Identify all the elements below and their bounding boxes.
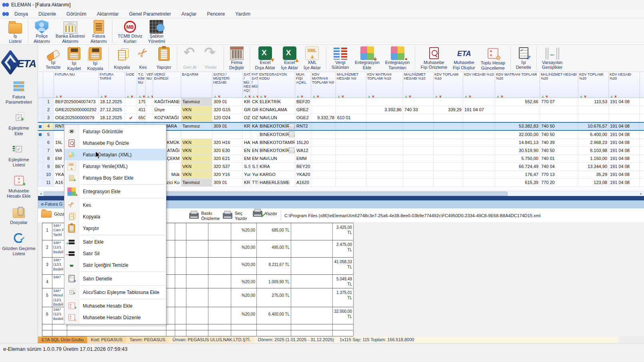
menu-genel parametreler[interactable]: Genel Parametreler <box>124 10 176 18</box>
context-menu-item[interactable]: Kes <box>64 199 166 211</box>
fatura-aktarımı-button[interactable]: FaturaAktarımı <box>88 19 110 44</box>
entegrasyon-lookup-button[interactable]: … <box>289 132 294 137</box>
column-header-KDV MATRAHI TOPLAMI %0[interactable]: KDV MATRAHI TOPLAMI %0▲▼ <box>311 72 336 98</box>
column-header-ENTEGRASYON KODU[interactable]: ENTEGRASYON KODU▲▼ <box>258 72 295 98</box>
context-menu-item[interactable]: Yapıştır <box>64 222 166 234</box>
i̇şi-denetle-button[interactable]: ✎İşiDenetle <box>513 46 534 71</box>
menu-araçlar[interactable]: Araçlar <box>176 10 201 18</box>
sidebar-item-eşleştirme[interactable]: +EşleştirmeEkle <box>0 110 38 136</box>
excel-i̇çe-aktar-button[interactable]: ▲Excelİçe Aktar <box>278 46 301 71</box>
efatura-cell <box>186 258 208 274</box>
column-header-BAŞARIM[interactable]: BAŞARIM <box>181 72 212 98</box>
column-header-VERGİ DAİRESİ[interactable]: VERGİ DAİRESİ <box>153 72 181 98</box>
column-header-KDV TOPLAMI %10[interactable]: KDV TOPLAMI %10▲▼ <box>434 72 463 98</box>
yapıştır-button[interactable]: Yapıştır <box>154 46 174 71</box>
sidebar-item-dosyalar[interactable]: Dosyalar <box>0 205 38 225</box>
firma-değiştir-button[interactable]: FirmaDeğiştir <box>226 46 247 71</box>
yinele-button[interactable]: Yinele <box>200 46 221 71</box>
excel-dışa-aktar-button[interactable]: ▼ExcelDışa Aktar <box>252 46 278 71</box>
i̇şi-kopyala-button[interactable]: İşiKopyala <box>84 46 106 71</box>
kes-button[interactable]: Kes <box>133 46 154 71</box>
cell: HAS <box>243 139 251 146</box>
column-header-KDV HESABI %10[interactable]: KDV HESABI %10▲▼ <box>463 72 495 98</box>
context-menu-item[interactable]: Faturayı Görüntüle <box>64 126 166 137</box>
grid-row-3[interactable]: 3OGE20250000007918.12.2025✔650KOZYATAĞIV… <box>38 114 644 122</box>
status-totals: 1x115 Say: 115 Toplam: 166.518,8000 <box>340 337 414 342</box>
column-header-SAT / MÜ HES AÇI[interactable]: SAT / MÜ HES AÇI▲▼ <box>243 72 251 98</box>
column-header-rownum[interactable] <box>43 72 54 98</box>
efatura-cell <box>166 324 175 330</box>
menu-dosya[interactable]: Dosya <box>10 10 33 18</box>
browse-button[interactable]: Gözat <box>41 211 66 218</box>
column-header-SATICI / MÜŞTERİ HESABI[interactable]: SATICI / MÜŞTERİ HESABI▲▼ <box>212 72 243 98</box>
column-header-VER NU[interactable]: VER NU▲▼ <box>146 72 153 98</box>
column-header-rownum[interactable] <box>38 72 43 98</box>
entegrasyon-lookup-button[interactable]: … <box>289 148 294 153</box>
print-button[interactable]: ✔ Yazdır <box>253 211 277 217</box>
column-header-İADE[interactable]: İADE▲▼ <box>125 72 137 98</box>
muhasebe-fişi-önizleme-button[interactable]: MuhasebeFişi Önizleme <box>418 46 450 71</box>
column-header-T.C KİM NU[interactable]: T.C KİM NU▲▼ <box>137 72 146 98</box>
column-header-KDV MATRAHI TOPLAMI %20[interactable]: KDV MATRAHI TOPLAMI %20▲▼ <box>495 72 540 98</box>
varsayılan-genişlikler-button[interactable]: VarsayılanGenişlikler <box>539 46 565 71</box>
sidebar-item-fatura[interactable]: FaturaParametreleri <box>0 79 38 105</box>
entegrasyon-ekle-button[interactable]: +EntegrasyonEkle <box>352 46 382 71</box>
context-menu-item[interactable]: Muhasebe Fişi Önizle <box>64 137 166 149</box>
şablon-yönetimi-button[interactable]: ŞablonYönetimi <box>145 19 168 44</box>
sidebar-item-gözden geçirme[interactable]: Gözden GeçirmeListesi <box>0 231 38 256</box>
context-menu-item[interactable]: Faturayı Yenile(XML) <box>64 160 166 172</box>
column-header-KDV TOPLAMI %20[interactable]: KDV TOPLAMI %20▲▼ <box>578 72 609 98</box>
grid-row-2[interactable]: 2GRE202500000029227.12.2025411ÜnyeVKN320… <box>38 106 644 114</box>
xml-i̇çe-aktar-button[interactable]: XMLİçe Aktar <box>301 46 324 71</box>
select-print-button[interactable]: SeçYazdır <box>223 211 247 221</box>
context-menu-item[interactable]: +Entegrasyon Ekle <box>64 186 166 197</box>
banka-ekstresi-aktarımı-button[interactable]: Banka EkstresiAktarımı <box>53 19 88 44</box>
context-menu-item[interactable]: ✎Muhasebe Hesabı Düzenle <box>64 312 166 323</box>
context-menu-item[interactable]: +Muhasebe Hesabı Ekle <box>64 300 166 312</box>
column-header-FATURA NU[interactable]: FATURA NU▲▼ <box>54 72 99 98</box>
cell: 740 04 <box>540 163 578 170</box>
muhasebe-fişi-oluştur-button[interactable]: MuhasebeFişi Oluştur <box>450 46 478 71</box>
geri-al-button[interactable]: Geri Al <box>180 46 200 71</box>
tcmb-döviz-kurları-button[interactable]: TCMB DövizKurları <box>115 19 145 44</box>
print-preview-button[interactable]: BaskıÖnizleme <box>189 211 220 221</box>
context-menu-item[interactable]: Satır İçeriğini Temizle <box>64 259 166 271</box>
context-menu-item[interactable]: +Faturaya Boş Satır Ekle <box>64 172 166 184</box>
context-menu-item[interactable]: +Satır Ekle <box>64 236 166 248</box>
column-header-KDV MATRAHI TOPLAMI %10[interactable]: KDV MATRAHI TOPLAMI %10▲▼ <box>366 72 403 98</box>
menu-yardım[interactable]: Yardım <box>230 10 255 18</box>
entegrasyon-lookup-button[interactable]: … <box>289 124 294 129</box>
context-menu-item[interactable]: Kopyala <box>64 211 166 222</box>
grid-row-1[interactable]: 1BEF202500400747318.12.2025179KAĞITHANET… <box>38 98 644 106</box>
cell: 120 O24 <box>212 114 243 122</box>
context-menu-item[interactable]: Fatura Detayları (XML) <box>64 149 166 160</box>
column-header-MAL/HİZMET HESABI %10[interactable]: MAL/HİZMET HESABI %10▲▼ <box>403 72 434 98</box>
i̇şi-kaydet-button[interactable]: İşiKaydet <box>64 46 84 71</box>
context-menu-item[interactable]: −Satır Sil <box>64 248 166 259</box>
toplu-hesap-güncelleme-button[interactable]: ⚙Toplu HesapGüncelleme <box>478 46 508 71</box>
column-header-FATURA TARİHİ[interactable]: FATURA TARİHİ▲▼ <box>99 72 125 98</box>
poliçe-aktarımı-button[interactable]: PoliçeAktarımı <box>31 19 53 44</box>
i̇şi-temizle-button[interactable]: İşiTemizle <box>43 46 64 71</box>
i̇ş-listesi-button[interactable]: İşListesi <box>5 19 26 44</box>
cell <box>463 123 495 130</box>
menu-düzenle[interactable]: Düzenle <box>34 10 61 18</box>
column-header-MAL/HİZMET HESABI %20[interactable]: MAL/HİZMET HESABI %20▲▼ <box>540 72 578 98</box>
column-header-FATU SATI / MÜŞ[interactable]: FATU SATI / MÜŞ▲▼ <box>251 72 258 98</box>
column-header-KDV HESABI %20[interactable]: KDV HESABI %20▲▼ <box>609 72 640 98</box>
context-menu-item[interactable]: +Alıcı/Satıcı Eşleşme Tablosuna Ekle <box>64 286 166 298</box>
column-header-MAL/HİZMET HESABI %0[interactable]: MAL/HİZMET HESABI %0▲▼ <box>336 72 366 98</box>
cell: 740 33 <box>403 106 434 114</box>
vergi-sütünları-button[interactable]: VergiSütünları <box>329 46 352 71</box>
context-menu-item[interactable]: ✎Satırı Denetle <box>64 273 166 284</box>
sidebar-item-eşleştirme[interactable]: EşleştirmeListesi <box>0 142 38 168</box>
efatura-cell <box>186 324 208 330</box>
cell: NAVLUN <box>258 114 295 122</box>
sidebar-item-muhasebe[interactable]: +MuhasebeHesabı Ekle <box>0 173 38 199</box>
column-header-MUH. FİŞİ AÇIKL[interactable]: MUH. FİŞİ AÇIKL▲▼ <box>295 72 311 98</box>
menu-pencere[interactable]: Pencere <box>202 10 230 18</box>
kopyala-button[interactable]: Kopyala <box>111 46 133 71</box>
menu-aktarımlar[interactable]: Aktarımlar <box>92 10 124 18</box>
menu-görünüm[interactable]: Görünüm <box>62 10 91 18</box>
entegrasyon-tanımları-button[interactable]: ▪EntegrasyonTanımları <box>382 46 413 71</box>
